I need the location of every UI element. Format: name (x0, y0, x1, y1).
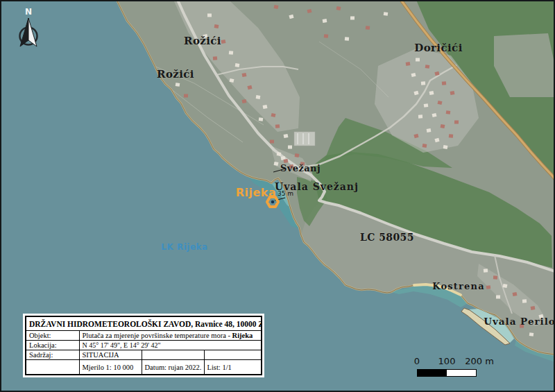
buoy-center-dot (271, 201, 275, 204)
datum-value: Datum: rujan 2022. (142, 360, 204, 375)
sadrzaj-label: Sadržaj: (26, 350, 79, 360)
building (350, 16, 355, 19)
building (529, 332, 534, 336)
label-kostrena: Kostrena (432, 281, 485, 291)
objekt-value: Plutača za mjerenje površinske temperatu… (79, 331, 262, 341)
building (442, 81, 446, 85)
lokacija-value: N 45° 17' 49", E 14° 29' 42" (79, 341, 262, 350)
building (270, 139, 274, 143)
building (324, 34, 328, 38)
building (214, 24, 219, 28)
building (422, 144, 427, 148)
label-lc-road: LC 58055 (360, 232, 414, 243)
building (176, 83, 180, 87)
scalebar-tick-100: 100 (438, 356, 456, 366)
building (366, 26, 370, 30)
label-buoy-distance: 35 m (278, 190, 293, 197)
label-rozici-lower: Rožići (157, 68, 194, 80)
empty-cell (204, 350, 262, 360)
map-info-table: DRŽAVNI HIDROMETEOROLOŠKI ZAVOD, Ravnice… (25, 316, 262, 375)
building (424, 103, 429, 108)
building (384, 12, 388, 16)
scalebar-tick-200: 200 m (465, 356, 494, 366)
building (406, 62, 411, 66)
building (229, 51, 233, 55)
map-info-panel: DRŽAVNI HIDROMETEOROLOŠKI ZAVOD, Ravnice… (23, 314, 264, 377)
label-lk-rijeka: LK Rijeka (161, 242, 207, 252)
building (259, 117, 264, 121)
building (275, 124, 280, 128)
building (207, 13, 212, 17)
building (256, 95, 261, 99)
building (425, 65, 430, 69)
building (277, 152, 282, 156)
label-svezanj: Svežanj (280, 163, 321, 173)
label-doricici: Doričići (414, 42, 462, 54)
label-rozici-upper: Rožići (184, 35, 221, 47)
building (288, 145, 292, 148)
objekt-label: Objekt: (26, 331, 79, 341)
objekt-value-text: Plutača za mjerenje površinske temperatu… (83, 332, 232, 339)
scalebar (417, 369, 477, 377)
info-header: DRŽAVNI HIDROMETEOROLOŠKI ZAVOD, Ravnice… (26, 316, 262, 331)
building (421, 81, 425, 85)
empty-cell (26, 360, 79, 375)
lokacija-label: Lokacija: (26, 341, 79, 350)
building (531, 306, 536, 310)
empty-cell (142, 350, 204, 360)
building (496, 295, 500, 298)
building (493, 275, 497, 279)
building (522, 299, 527, 302)
scalebar-tick-0: 0 (414, 356, 420, 366)
scalebar-segment-black (418, 370, 447, 376)
list-value: List: 1/1 (204, 360, 262, 375)
building (446, 110, 451, 114)
building (454, 120, 459, 123)
building (443, 145, 448, 149)
building (486, 285, 491, 289)
building (235, 63, 240, 67)
building (449, 134, 453, 138)
north-arrow-label: N (25, 7, 32, 17)
building (213, 56, 217, 60)
building (427, 128, 432, 133)
building (418, 114, 422, 118)
building (345, 37, 349, 41)
label-uvala-perilo: Uvala Perilo (484, 316, 555, 327)
sadrzaj-value: SITUACIJA (79, 350, 142, 360)
objekt-value-bold: Rijeka (232, 332, 253, 339)
map-sheet: Rožići Rožići Doričići Svežanj Uvala Sve… (0, 0, 555, 392)
scalebar-segment-white (447, 370, 476, 376)
building (484, 269, 488, 273)
building (184, 94, 188, 97)
parking-lot (294, 132, 315, 146)
mjerilo-value: Mjerilo 1: 10 000 (79, 360, 142, 375)
building (416, 58, 420, 61)
label-rijeka-buoy: Rijeka (236, 186, 277, 199)
building (323, 19, 327, 23)
